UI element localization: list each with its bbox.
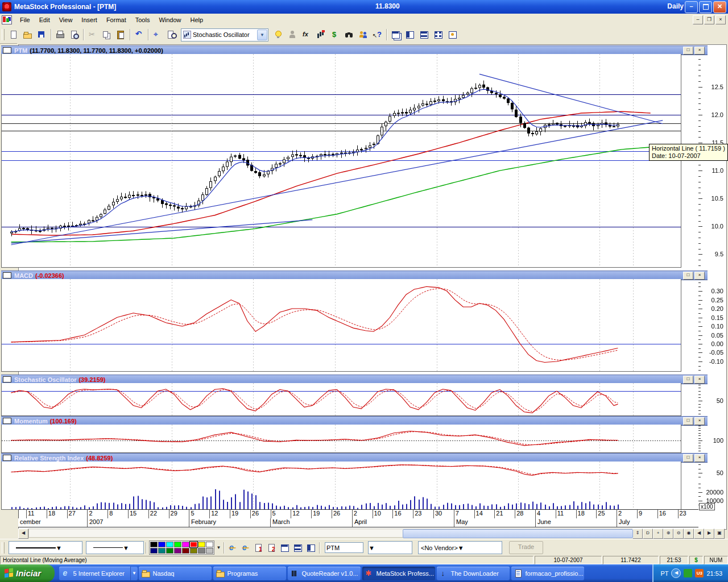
- chevron-down-icon[interactable]: ▼: [56, 544, 62, 551]
- scrollbar-thumb[interactable]: [403, 529, 633, 538]
- tile-horizontal-button[interactable]: [417, 28, 431, 41]
- tile-vertical-button[interactable]: [403, 28, 417, 41]
- color-swatch[interactable]: [206, 542, 213, 547]
- pan-button[interactable]: +: [653, 529, 663, 539]
- scrollbar-left-arrow[interactable]: ◀: [18, 529, 28, 539]
- trade-button[interactable]: Trade: [509, 541, 543, 554]
- menu-item-edit[interactable]: Edit: [35, 15, 55, 25]
- internet-button[interactable]: [226, 542, 239, 554]
- child-window-icon[interactable]: [2, 15, 12, 24]
- pane-collapse-box[interactable]: [3, 376, 11, 383]
- menu-item-file[interactable]: File: [15, 15, 35, 25]
- scroll-right-button[interactable]: ▶: [704, 529, 714, 539]
- open-chart-button[interactable]: [20, 28, 35, 41]
- expert-advisor-button[interactable]: [271, 28, 285, 41]
- taskbar-button-nasdaq[interactable]: Nasdaq: [139, 567, 212, 580]
- crosshair-button[interactable]: [150, 28, 164, 41]
- vendor-combo[interactable]: <No Vendor> ▼: [418, 541, 502, 554]
- color-swatch[interactable]: [190, 542, 197, 547]
- mdi-restore-button[interactable]: ❐: [704, 15, 714, 24]
- color-swatch[interactable]: [182, 548, 189, 554]
- periodicity-button[interactable]: D: [643, 529, 653, 539]
- chevron-down-icon[interactable]: ▼: [123, 544, 129, 551]
- pane-collapse-box[interactable]: [3, 418, 11, 424]
- momentum-chart[interactable]: [1, 425, 681, 453]
- pane-collapse-box[interactable]: [3, 47, 11, 53]
- toolbar-grip[interactable]: [2, 542, 5, 554]
- menu-item-window[interactable]: Window: [154, 15, 185, 25]
- zoom-reset-button[interactable]: ◉: [684, 529, 694, 539]
- minimize-button[interactable]: –: [685, 1, 698, 13]
- pane-close-button[interactable]: ×: [694, 47, 705, 55]
- price-chart[interactable]: [1, 54, 681, 268]
- cascade-windows-button[interactable]: [388, 28, 403, 41]
- color-swatch[interactable]: [182, 542, 189, 547]
- pane-collapse-box[interactable]: [3, 455, 11, 461]
- start-button[interactable]: Iniciar: [0, 564, 55, 582]
- taskbar-button-the-downloader[interactable]: The DownLoader: [437, 567, 510, 580]
- line-weight-combo[interactable]: ▼: [86, 541, 144, 554]
- indicator-builder-button[interactable]: [299, 28, 313, 41]
- chart-layout-2-button[interactable]: [265, 542, 278, 554]
- restore-button[interactable]: [699, 1, 712, 13]
- chevron-down-icon[interactable]: ▼: [369, 544, 375, 551]
- smart-charts-button[interactable]: [445, 28, 460, 41]
- line-style-combo[interactable]: ▼: [9, 541, 82, 554]
- symbol-list-combo[interactable]: ▼: [368, 541, 412, 554]
- scroll-left-button[interactable]: ◀: [694, 529, 704, 539]
- layout-button[interactable]: ▣: [714, 529, 725, 539]
- mdi-close-button[interactable]: ×: [715, 15, 726, 24]
- color-swatch[interactable]: [190, 548, 197, 554]
- symbol-input[interactable]: [325, 542, 363, 553]
- zoom-vertical-button[interactable]: ⇕: [632, 529, 643, 539]
- close-button[interactable]: ✕: [713, 1, 726, 13]
- zoom-in-button[interactable]: ⊕: [663, 529, 673, 539]
- color-swatch[interactable]: [158, 548, 166, 554]
- scrollbar-track[interactable]: [28, 529, 632, 538]
- zoom-out-button[interactable]: ⊖: [673, 529, 684, 539]
- pane-maximize-button[interactable]: □: [683, 272, 693, 280]
- security-manager-button[interactable]: [356, 28, 370, 41]
- indicator-quicklist-combo[interactable]: Stochastic Oscillator ▼: [181, 28, 268, 41]
- menu-item-format[interactable]: Format: [102, 15, 131, 25]
- taskbar-button-programas[interactable]: Programas: [213, 567, 286, 580]
- tray-icon-u3[interactable]: U3: [695, 569, 704, 577]
- color-swatch[interactable]: [150, 548, 158, 554]
- copy-button[interactable]: [100, 28, 114, 41]
- mdi-minimize-button[interactable]: –: [693, 15, 703, 24]
- chevron-down-icon[interactable]: ▼: [257, 30, 267, 40]
- system-tester-button[interactable]: [313, 28, 328, 41]
- menu-item-insert[interactable]: Insert: [77, 15, 102, 25]
- menu-item-view[interactable]: View: [55, 15, 77, 25]
- color-swatch[interactable]: [206, 548, 213, 554]
- color-swatch[interactable]: [158, 542, 166, 547]
- internet-favorites-button[interactable]: [239, 542, 252, 554]
- tray-chevron-button[interactable]: ◀: [671, 568, 681, 578]
- zoom-page-button[interactable]: [164, 28, 179, 41]
- window-style-3-button[interactable]: [304, 542, 317, 554]
- language-indicator[interactable]: PT: [660, 570, 668, 577]
- color-palette-dropdown[interactable]: ▼: [216, 541, 222, 554]
- color-swatch[interactable]: [198, 542, 205, 547]
- pane-maximize-button[interactable]: □: [683, 47, 693, 55]
- color-swatch[interactable]: [166, 548, 173, 554]
- pane-collapse-box[interactable]: [3, 272, 11, 278]
- pane-maximize-button[interactable]: □: [683, 454, 693, 462]
- new-chart-button[interactable]: [6, 28, 20, 41]
- print-button[interactable]: [53, 28, 67, 41]
- color-swatch[interactable]: [198, 548, 205, 554]
- taskbar-button-dropdown[interactable]: ▼: [130, 567, 138, 580]
- menu-item-tools[interactable]: Tools: [131, 15, 155, 25]
- color-swatch[interactable]: [166, 542, 173, 547]
- color-swatch[interactable]: [150, 542, 158, 547]
- stochastic-chart[interactable]: [1, 383, 681, 416]
- context-help-button[interactable]: [370, 28, 384, 41]
- explorer-button[interactable]: [342, 28, 356, 41]
- dollar-button[interactable]: [328, 28, 342, 41]
- pane-maximize-button[interactable]: □: [683, 417, 693, 425]
- macd-chart[interactable]: [1, 279, 681, 372]
- taskbar-button-metastock-profess-[interactable]: MetaStock Profess...: [362, 567, 435, 580]
- taskbar-button-formacao-profissio-[interactable]: formacao_profissio...: [511, 567, 584, 580]
- tray-icon-messenger[interactable]: [684, 569, 692, 577]
- pane-maximize-button[interactable]: □: [683, 376, 693, 384]
